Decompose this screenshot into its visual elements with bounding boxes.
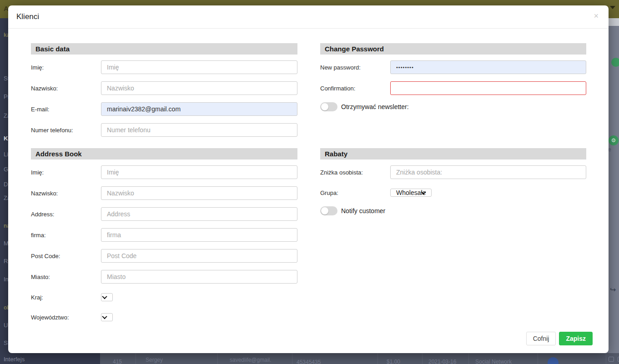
table-cell-source: Social Network <box>475 359 512 364</box>
znizka-input[interactable] <box>390 165 586 179</box>
section-basic-data: Basic data Imię: Nazwisko: E-mail: Numer… <box>31 43 297 144</box>
field-label: Post Code: <box>31 253 101 259</box>
newsletter-toggle-row: Otrzymywać newsletter: <box>320 102 586 111</box>
email-input[interactable] <box>101 102 297 116</box>
form-row: Nazwisko: <box>31 81 297 95</box>
chevron-down-icon <box>610 6 615 9</box>
form-row: Numer telefonu: <box>31 123 297 137</box>
field-label: Miasto: <box>31 274 101 280</box>
miasto-input[interactable] <box>101 270 297 284</box>
form-row: E-mail: <box>31 102 297 116</box>
section-change-password: Change Password New password: Confirmati… <box>320 43 586 118</box>
save-button[interactable]: Zapisz <box>559 332 593 345</box>
field-label: Zniżka osobista: <box>320 169 390 176</box>
kraj-select[interactable] <box>101 293 113 301</box>
section-title: Rabaty <box>320 148 586 160</box>
field-label: Imię: <box>31 64 101 71</box>
form-row: New password: <box>320 60 586 74</box>
section-title: Change Password <box>320 43 586 55</box>
field-label: Nazwisko: <box>31 190 101 197</box>
section-title: Basic data <box>31 43 297 55</box>
form-row: Confirmation: <box>320 81 586 95</box>
form-row: Imię: <box>31 165 297 179</box>
form-row: Nazwisko: <box>31 186 297 200</box>
field-label: Grupa: <box>320 189 390 196</box>
notify-toggle-row: Notify customer <box>320 206 586 215</box>
field-label: E-mail: <box>31 106 101 113</box>
telefon-input[interactable] <box>101 123 297 137</box>
table-cell-id: 415 <box>113 359 122 364</box>
form-row: Grupa: Wholesale <box>320 186 586 199</box>
table-cell-phone: 45345435 <box>297 359 321 364</box>
reply-arrow-icon[interactable]: ↪ <box>610 285 616 294</box>
form-row: Imię: <box>31 60 297 74</box>
sidebar-item[interactable]: Interfejs <box>4 356 25 363</box>
toggle-label: Otrzymywać newsletter: <box>341 103 409 110</box>
new-password-input[interactable] <box>390 60 586 74</box>
table-row[interactable]: 415 Sergey savedlife@gmail. 45345435 $1.… <box>100 353 619 364</box>
klienci-modal: Klienci × Basic data Imię: Nazwisko: E-m… <box>8 5 609 353</box>
wojewodztwo-select[interactable] <box>101 313 113 321</box>
modal-footer: Cofnij Zapisz <box>526 332 593 345</box>
form-row: Post Code: <box>31 249 297 263</box>
notify-customer-toggle[interactable] <box>320 206 337 215</box>
section-title: Address Book <box>31 148 297 160</box>
address-input[interactable] <box>101 207 297 221</box>
chevron-down-icon <box>102 294 107 299</box>
cancel-button[interactable]: Cofnij <box>526 332 556 345</box>
field-label: Confirmation: <box>320 85 390 92</box>
status-badge <box>611 58 619 67</box>
modal-title: Klienci <box>16 12 39 21</box>
form-row: Województwo: <box>31 311 297 324</box>
newsletter-toggle[interactable] <box>320 102 337 111</box>
address-imie-input[interactable] <box>101 165 297 179</box>
table-cell-email: savedlife@gmail. <box>230 357 272 363</box>
toggle-knob <box>321 207 328 214</box>
nazwisko-input[interactable] <box>101 81 297 95</box>
field-label: firma: <box>31 232 101 239</box>
field-label: Address: <box>31 211 101 218</box>
field-label: Województwo: <box>31 314 101 321</box>
grupa-select[interactable]: Wholesale <box>390 189 432 197</box>
toggle-knob <box>321 103 328 110</box>
field-label: Numer telefonu: <box>31 127 101 134</box>
chevron-down-icon <box>102 314 107 319</box>
section-address-book: Address Book Imię: Nazwisko: Address: fi… <box>31 148 297 331</box>
toggle-label: Notify customer <box>341 207 385 214</box>
gear-icon[interactable]: ⚙ <box>609 135 619 145</box>
close-icon[interactable]: × <box>594 12 599 20</box>
table-cell-date: 2021-03-16 <box>428 359 456 364</box>
address-nazwisko-input[interactable] <box>101 186 297 200</box>
field-label: Kraj: <box>31 294 101 301</box>
form-row: Kraj: <box>31 291 297 304</box>
post-code-input[interactable] <box>101 249 297 263</box>
field-label: New password: <box>320 64 390 71</box>
form-row: Miasto: <box>31 270 297 284</box>
modal-header: Klienci × <box>8 5 609 29</box>
form-row: firma: <box>31 228 297 242</box>
form-row: Zniżka osobista: <box>320 165 586 179</box>
imie-input[interactable] <box>101 60 297 74</box>
form-row: Address: <box>31 207 297 221</box>
confirmation-input[interactable] <box>390 81 586 95</box>
firma-input[interactable] <box>101 228 297 242</box>
field-label: Imię: <box>31 169 101 176</box>
table-cell-amount: $1.00 <box>387 359 400 364</box>
edit-icon[interactable] <box>609 357 614 362</box>
section-rabaty: Rabaty Zniżka osobista: Grupa: Wholesale… <box>320 148 586 222</box>
background-text-fragment: e <box>608 146 611 153</box>
table-cell-name: Sergey <box>146 357 163 363</box>
field-label: Nazwisko: <box>31 85 101 92</box>
